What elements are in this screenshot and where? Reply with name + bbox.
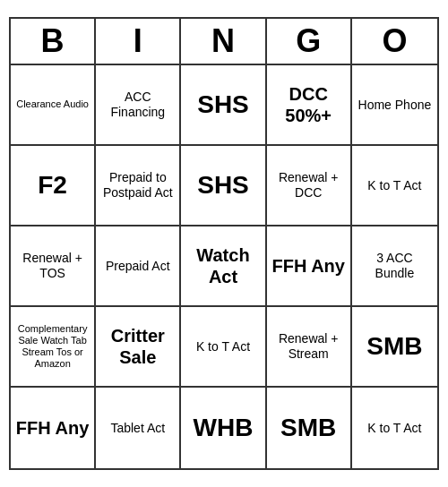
header-letter: G [267,19,352,64]
bingo-cell: WHB [181,388,266,468]
bingo-cell: FFH Any [11,388,96,468]
bingo-cell: K to T Act [181,307,266,388]
bingo-cell: K to T Act [352,388,437,468]
bingo-cell: SMB [267,388,352,468]
bingo-cell: Prepaid Act [96,226,181,307]
bingo-cell: Home Phone [352,65,437,146]
header-letter: B [11,19,96,64]
cell-label: 3 ACC Bundle [356,251,434,281]
cell-label: Renewal + DCC [271,170,347,201]
header-letter: O [352,19,437,64]
bingo-cell: Clearance Audio [11,65,96,146]
cell-label: Renewal + Stream [271,331,347,362]
cell-label: Prepaid to Postpaid Act [99,170,176,201]
cell-label: SHS [197,90,249,120]
bingo-cell: 3 ACC Bundle [352,226,437,307]
cell-label: Critter Sale [99,325,176,368]
cell-label: Prepaid Act [106,259,170,274]
cell-label: Tablet Act [110,421,165,436]
bingo-cell: FFH Any [267,226,352,307]
bingo-cell: Renewal + DCC [267,146,352,226]
cell-label: K to T Act [196,339,250,355]
bingo-cell: K to T Act [352,146,437,226]
cell-label: Watch Act [185,244,261,287]
bingo-cell: Watch Act [181,226,266,307]
cell-label: SHS [197,170,249,201]
bingo-cell: SMB [352,307,437,388]
cell-label: DCC 50%+ [271,83,347,126]
bingo-header: BINGO [11,19,437,65]
bingo-cell: ACC Financing [96,65,181,146]
cell-label: K to T Act [367,421,421,436]
bingo-cell: Prepaid to Postpaid Act [96,146,181,226]
cell-label: Complementary Sale Watch Tab Stream Tos … [14,323,90,371]
bingo-cell: DCC 50%+ [267,65,352,146]
bingo-grid: Clearance AudioACC FinancingSHSDCC 50%+H… [11,65,437,468]
bingo-card: BINGO Clearance AudioACC FinancingSHSDCC… [9,17,439,470]
cell-label: FFH Any [16,417,89,439]
bingo-cell: Renewal + TOS [11,226,96,307]
cell-label: SMB [280,413,336,443]
cell-label: Renewal + TOS [14,251,90,281]
bingo-cell: Tablet Act [96,388,181,468]
bingo-cell: Critter Sale [96,307,181,388]
cell-label: ACC Financing [99,90,176,120]
header-letter: N [181,19,266,64]
bingo-cell: Renewal + Stream [267,307,352,388]
cell-label: Clearance Audio [16,98,89,110]
cell-label: Home Phone [358,98,432,113]
cell-label: SMB [366,331,422,362]
cell-label: FFH Any [271,255,344,277]
cell-label: F2 [38,170,67,201]
bingo-cell: F2 [11,146,96,226]
cell-label: WHB [194,413,254,443]
bingo-cell: SHS [181,65,266,146]
bingo-cell: Complementary Sale Watch Tab Stream Tos … [11,307,96,388]
cell-label: K to T Act [367,178,421,193]
bingo-cell: SHS [181,146,266,226]
header-letter: I [96,19,181,64]
